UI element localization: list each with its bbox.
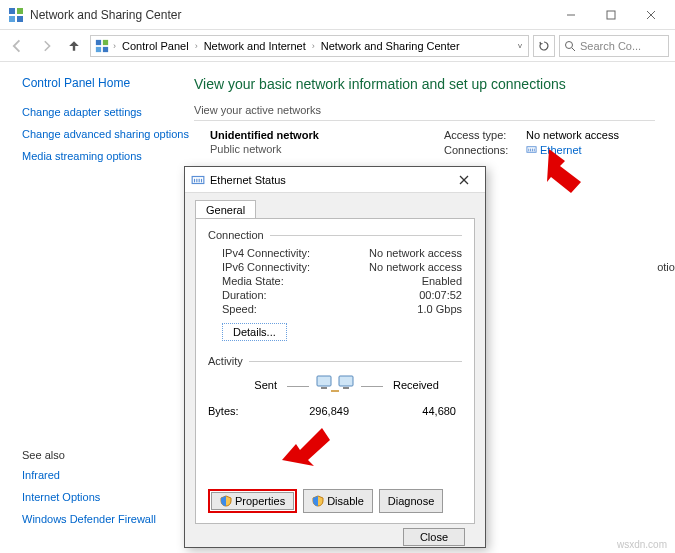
search-input[interactable]: Search Co... [559,35,669,57]
chevron-down-icon[interactable]: v [516,41,524,50]
chevron-right-icon: › [111,41,118,51]
connections-label: Connections: [444,144,526,156]
close-button[interactable] [631,1,671,29]
forward-button[interactable] [34,34,58,58]
svg-rect-29 [343,387,349,389]
media-state-label: Media State: [222,275,422,287]
chevron-right-icon: › [193,41,200,51]
svg-rect-0 [9,8,15,14]
access-type-value: No network access [526,129,619,141]
group-activity: Activity [208,355,243,367]
bytes-label: Bytes: [208,405,266,417]
shield-icon [220,495,232,507]
title-bar: Network and Sharing Center [0,0,675,30]
seealso-internet-options[interactable]: Internet Options [22,491,156,503]
close-dialog-button[interactable]: Close [403,528,465,546]
svg-line-13 [572,48,575,51]
sidebar-link-adapter[interactable]: Change adapter settings [22,106,190,118]
sent-label: Sent [208,379,283,391]
ipv6-label: IPv6 Connectivity: [222,261,369,273]
ipv4-value: No network access [369,247,462,259]
svg-rect-2 [9,16,15,22]
breadcrumb-seg-1[interactable]: Control Panel [118,40,193,52]
properties-highlight: Properties [208,489,297,513]
svg-rect-1 [17,8,23,14]
svg-rect-10 [96,46,101,51]
activity-computers-icon [313,373,357,397]
shield-icon [312,495,324,507]
up-button[interactable] [62,34,86,58]
seealso-infrared[interactable]: Infrared [22,469,156,481]
sidebar-link-media[interactable]: Media streaming options [22,150,190,162]
bytes-received: 44,680 [373,405,462,417]
diagnose-button[interactable]: Diagnose [379,489,443,513]
speed-value: 1.0 Gbps [417,303,462,315]
breadcrumb[interactable]: › Control Panel › Network and Internet ›… [90,35,529,57]
svg-rect-26 [317,376,331,386]
sidebar: Control Panel Home Change adapter settin… [0,62,190,553]
network-center-icon [8,7,24,23]
breadcrumb-seg-3[interactable]: Network and Sharing Center [317,40,464,52]
search-icon [564,40,576,52]
refresh-button[interactable] [533,35,555,57]
maximize-button[interactable] [591,1,631,29]
dialog-close-button[interactable] [445,168,483,192]
watermark: wsxdn.com [617,539,667,550]
speed-label: Speed: [222,303,417,315]
svg-point-12 [566,41,573,48]
chevron-right-icon: › [310,41,317,51]
svg-rect-11 [103,46,108,51]
window-title: Network and Sharing Center [30,8,551,22]
dialog-panel: Connection IPv4 Connectivity:No network … [195,218,475,524]
ethernet-icon [191,173,205,187]
cutoff-text: otion [657,261,675,273]
address-bar: › Control Panel › Network and Internet ›… [0,30,675,62]
duration-label: Duration: [222,289,419,301]
received-label: Received [387,379,462,391]
ethernet-status-dialog: Ethernet Status General Connection IPv4 … [184,166,486,548]
dialog-title-bar[interactable]: Ethernet Status [185,167,485,193]
details-button[interactable]: Details... [222,323,287,341]
page-heading: View your basic network information and … [194,76,655,92]
duration-value: 00:07:52 [419,289,462,301]
svg-rect-5 [607,11,615,19]
bytes-sent: 296,849 [266,405,373,417]
tab-general[interactable]: General [195,200,256,219]
svg-rect-3 [17,16,23,22]
svg-rect-8 [96,39,101,44]
seealso-firewall[interactable]: Windows Defender Firewall [22,513,156,525]
svg-rect-9 [103,39,108,44]
seealso-header: See also [22,449,156,461]
network-type: Public network [210,143,444,155]
ethernet-link[interactable]: Ethernet [526,144,582,156]
access-type-label: Access type: [444,129,526,141]
ethernet-icon [526,144,537,155]
breadcrumb-seg-2[interactable]: Network and Internet [200,40,310,52]
divider [194,120,655,121]
page-subheading: View your active networks [194,104,655,116]
network-center-small-icon [95,39,109,53]
search-placeholder: Search Co... [580,40,641,52]
dialog-title: Ethernet Status [210,174,445,186]
properties-button[interactable]: Properties [211,492,294,510]
ipv4-label: IPv4 Connectivity: [222,247,369,259]
svg-rect-27 [339,376,353,386]
minimize-button[interactable] [551,1,591,29]
group-connection: Connection [208,229,264,241]
ipv6-value: No network access [369,261,462,273]
media-state-value: Enabled [422,275,462,287]
svg-rect-28 [321,387,327,389]
sidebar-home[interactable]: Control Panel Home [22,76,190,90]
sidebar-link-sharing[interactable]: Change advanced sharing options [22,128,190,140]
network-name: Unidentified network [210,129,444,141]
disable-button[interactable]: Disable [303,489,373,513]
back-button[interactable] [6,34,30,58]
